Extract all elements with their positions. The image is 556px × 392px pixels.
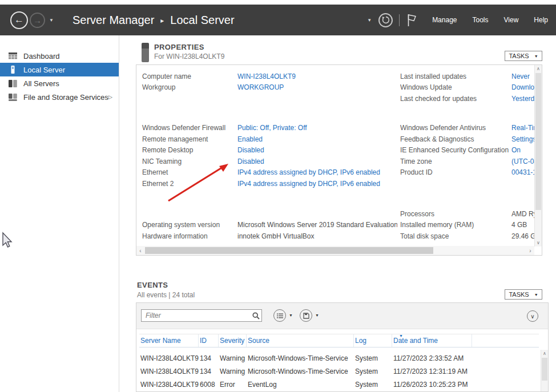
forward-button[interactable]: →: [30, 13, 45, 28]
property-value[interactable]: Public: Off, Private: Off: [237, 124, 307, 132]
property-value[interactable]: Real-Time: [511, 124, 534, 132]
properties-right-column: Last installed updates Never Windows Upd…: [400, 71, 534, 242]
property-label: NIC Teaming: [142, 157, 237, 165]
event-row[interactable]: WIN-I238L4OLKT9 134 Warning Microsoft-Wi…: [139, 365, 539, 378]
vertical-scroll-thumb[interactable]: [535, 73, 541, 210]
property-value[interactable]: Microsoft Windows Server 2019 Standard E…: [237, 221, 397, 229]
expand-chevron-icon[interactable]: ▷: [108, 94, 112, 100]
property-label: Remote management: [142, 135, 237, 143]
events-title: EVENTS: [137, 281, 168, 289]
cell-server-name: WIN-I238L4OLKT9: [139, 381, 199, 389]
column-header-id[interactable]: ID: [199, 334, 219, 347]
breadcrumb-current[interactable]: Local Server: [170, 14, 234, 27]
horizontal-scroll-thumb[interactable]: [145, 247, 433, 254]
property-value[interactable]: (UTC-08:0: [511, 157, 534, 165]
event-row[interactable]: WIN-I238L4OLKT9 6008 Error EventLog Syst…: [139, 378, 539, 391]
cell-date-time: 11/27/2023 12:31:19 AM: [392, 367, 472, 375]
server-manager-window: { "colors": { "topbar_bg": "#3e3e3e", "s…: [0, 0, 556, 392]
menu-tools[interactable]: Tools: [473, 16, 489, 24]
property-row: Last installed updates Never: [400, 71, 534, 82]
property-label: Computer name: [142, 72, 237, 80]
property-row: Remote Desktop Disabled: [142, 145, 397, 156]
topbar-right-controls: ▼ Manage Tools View Help: [367, 13, 548, 27]
filter-input[interactable]: [142, 312, 250, 320]
search-icon[interactable]: [250, 312, 261, 320]
property-value[interactable]: Disabled: [237, 146, 264, 154]
back-button[interactable]: ←: [10, 11, 28, 29]
cell-server-name: WIN-I238L4OLKT9: [139, 367, 199, 375]
property-value[interactable]: IPv4 address assigned by DHCP, IPv6 enab…: [237, 180, 380, 188]
file-storage-services-icon: [9, 94, 18, 101]
cell-date-time: 11/26/2023 10:25:23 PM: [392, 381, 472, 389]
scroll-left-icon[interactable]: ‹: [136, 246, 144, 255]
notifications-flag-button[interactable]: [406, 13, 417, 27]
sidebar-item-all-servers[interactable]: All Servers: [0, 76, 119, 90]
cell-id: 134: [199, 367, 219, 375]
property-label: Windows Defender Firewall: [142, 124, 237, 132]
property-row: Windows Update Download: [400, 82, 534, 94]
vertical-scroll-thumb[interactable]: [542, 358, 547, 381]
events-table-header: Server Name ID Severity Source Log ▼ Dat…: [139, 334, 539, 347]
properties-content: Computer name WIN-I238L4OLKT9 Workgroup …: [136, 65, 534, 246]
caret-down-icon: ▼: [534, 54, 538, 58]
properties-horizontal-scrollbar: ‹ ›: [136, 246, 534, 255]
saved-queries-caret[interactable]: ▼: [289, 313, 293, 317]
save-query-caret[interactable]: ▼: [315, 313, 319, 317]
scroll-up-icon[interactable]: ∧: [541, 350, 548, 357]
column-header-log[interactable]: Log: [354, 334, 392, 347]
cell-source: EventLog: [247, 381, 354, 389]
saved-queries-button[interactable]: [273, 309, 286, 322]
nav-history-caret[interactable]: ▼: [49, 18, 54, 23]
refresh-button[interactable]: [378, 13, 393, 27]
sidebar-item-local-server[interactable]: Local Server: [0, 63, 119, 76]
property-value[interactable]: Settings: [511, 135, 534, 143]
property-value[interactable]: WIN-I238L4OLKT9: [237, 72, 296, 80]
column-header-source[interactable]: Source: [247, 334, 354, 347]
scroll-down-icon[interactable]: ∨: [535, 239, 542, 246]
property-value[interactable]: Never: [511, 72, 530, 80]
property-row: Time zone (UTC-08:0: [400, 156, 534, 167]
event-row[interactable]: WIN-I238L4OLKT9 134 Warning Microsoft-Wi…: [139, 351, 539, 365]
property-value[interactable]: AMD Ryz: [511, 210, 534, 218]
property-value[interactable]: Enabled: [237, 135, 263, 143]
filter-box: [141, 309, 262, 322]
events-tasks-button[interactable]: TASKS ▼: [505, 289, 542, 300]
scroll-up-icon[interactable]: ∧: [535, 65, 542, 72]
server-list-caret[interactable]: ▼: [367, 18, 372, 23]
sidebar-item-dashboard[interactable]: Dashboard: [0, 49, 119, 63]
column-header-severity[interactable]: Severity: [219, 334, 247, 347]
cell-log: System: [354, 381, 392, 389]
property-label: Last installed updates: [400, 72, 511, 80]
menu-help[interactable]: Help: [534, 16, 548, 24]
property-value[interactable]: 00431-10: [511, 168, 534, 176]
properties-left-column: Computer name WIN-I238L4OLKT9 Workgroup …: [142, 71, 397, 246]
breadcrumb-root[interactable]: Server Manager: [72, 14, 154, 27]
menu-manage[interactable]: Manage: [432, 16, 457, 24]
property-value[interactable]: Download: [511, 83, 534, 91]
property-value[interactable]: Disabled: [237, 157, 264, 165]
column-header-date-time[interactable]: ▼ Date and Time: [392, 334, 472, 347]
properties-tasks-button[interactable]: TASKS ▼: [505, 51, 542, 61]
sort-descending-icon: ▼: [399, 334, 403, 338]
property-value[interactable]: Yesterday: [511, 95, 534, 103]
property-row: Remote management Enabled: [142, 134, 397, 145]
property-value[interactable]: innotek GmbH VirtualBox: [237, 232, 315, 240]
property-value[interactable]: On: [511, 146, 521, 154]
menu-view[interactable]: View: [504, 16, 519, 24]
property-row: IE Enhanced Security Configuration On: [400, 145, 534, 156]
property-label: Feedback & Diagnostics: [400, 135, 511, 143]
properties-tile-icon: [142, 43, 149, 62]
collapse-tile-button[interactable]: ∨: [527, 310, 538, 322]
property-value[interactable]: WORKGROUP: [237, 83, 284, 91]
property-value[interactable]: 29.46 GB: [511, 232, 534, 240]
property-value[interactable]: 4 GB: [511, 221, 527, 229]
property-value[interactable]: IPv4 address assigned by DHCP, IPv6 enab…: [237, 168, 380, 176]
property-label: Windows Defender Antivirus: [400, 124, 511, 132]
cell-severity: Error: [219, 381, 247, 389]
scroll-right-icon[interactable]: ›: [526, 246, 534, 255]
flag-icon: [407, 14, 417, 27]
column-header-server-name[interactable]: Server Name: [139, 334, 199, 347]
sidebar-item-file-storage-services[interactable]: File and Storage Services ▷: [0, 90, 119, 104]
property-label: IE Enhanced Security Configuration: [400, 146, 511, 154]
save-query-button[interactable]: [300, 309, 312, 322]
